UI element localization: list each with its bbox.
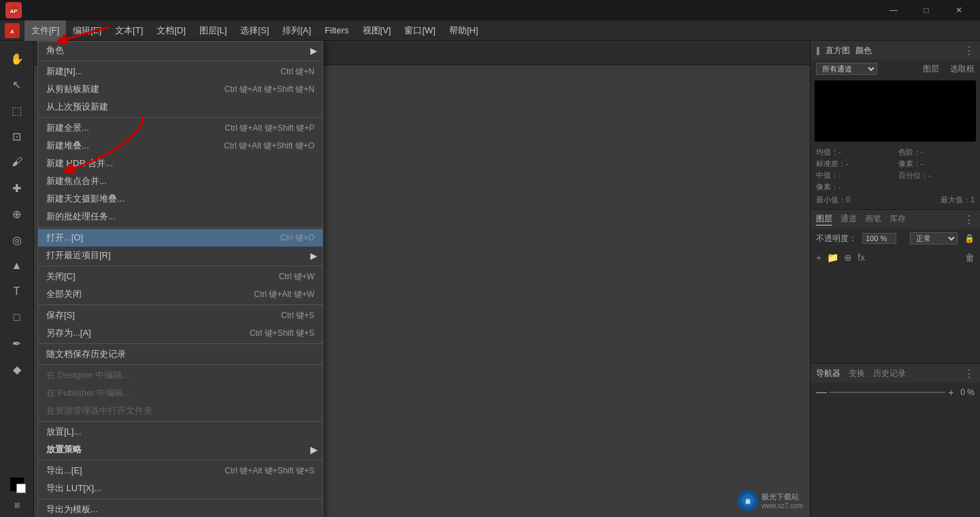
menu-item-save-as[interactable]: 另存为...[A] Ctrl 键+Shift 键+S	[38, 324, 323, 342]
tool-node[interactable]: ◆	[5, 357, 29, 381]
menu-document[interactable]: 文档[D]	[150, 20, 193, 41]
minimize-button[interactable]: —	[878, 0, 909, 20]
zoom-minus-btn[interactable]: —	[816, 386, 827, 398]
watermark-text: 极光下载站 www.xz7.com	[762, 492, 803, 510]
blend-mode-select[interactable]: 正常	[910, 232, 958, 245]
menu-file[interactable]: 文件[F]	[24, 20, 66, 41]
histogram-canvas	[815, 80, 976, 142]
sep5	[38, 304, 323, 305]
menu-item-open-recent[interactable]: 打开最近项目[R] ▶	[38, 247, 323, 264]
menu-filters[interactable]: Filters	[318, 20, 355, 41]
nav-tab-transform[interactable]: 变换	[849, 368, 865, 379]
menu-text[interactable]: 文本[T]	[108, 20, 150, 41]
app-menu-icon[interactable]: A	[0, 20, 24, 41]
sep8	[38, 421, 323, 422]
zoom-slider[interactable]	[830, 392, 945, 393]
menu-layers[interactable]: 图层[L]	[193, 20, 233, 41]
tool-retouch[interactable]: ◎	[5, 228, 29, 252]
layers-section: 图层 通道 画笔 库存 ⋮ 不透明度： 100 % 正常 🔒 + 📁 ⊕ fx	[811, 210, 980, 364]
menu-item-export-lut[interactable]: 导出 LUT[X]...	[38, 480, 323, 497]
menu-arrange[interactable]: 排列[A]	[276, 20, 318, 41]
lock-icon[interactable]: 🔒	[964, 234, 975, 243]
opacity-input[interactable]: 100 %	[862, 233, 896, 244]
sep1	[38, 61, 323, 61]
menu-item-export-template[interactable]: 导出为模板...	[38, 501, 323, 517]
menu-item-role[interactable]: 角色 ▶	[38, 42, 323, 59]
sep7	[38, 364, 323, 365]
histogram-channel-select[interactable]: 所有通道	[816, 63, 877, 75]
tool-brush[interactable]: 🖌	[5, 150, 29, 174]
menu-item-export[interactable]: 导出...[E] Ctrl 键+Alt 键+Shift 键+S	[38, 462, 323, 480]
menu-item-new-clipboard[interactable]: 从剪贴板新建 Ctrl 键+Alt 键+Shift 键+N	[38, 80, 323, 98]
tool-heal[interactable]: ✚	[5, 176, 29, 200]
menu-item-open[interactable]: 打开...[O] Ctrl 键+O	[38, 229, 323, 247]
stat-pixel: 像素：-	[898, 159, 975, 169]
menu-item-new-stack[interactable]: 新建堆叠... Ctrl 键+Alt 键+Shift 键+O	[38, 137, 323, 155]
stat-stddev: 标准差：-	[816, 159, 893, 169]
tool-text[interactable]: T	[5, 279, 29, 304]
tool-shape[interactable]: □	[5, 305, 29, 330]
tool-color-fore[interactable]	[10, 477, 24, 491]
menu-help[interactable]: 帮助[H]	[442, 20, 485, 41]
layers-content: + 📁 ⊕ fx 🗑	[811, 248, 980, 363]
close-button[interactable]: ✕	[943, 0, 975, 20]
tool-clone[interactable]: ⊕	[5, 202, 29, 226]
menu-select[interactable]: 选择[S]	[233, 20, 276, 41]
tool-fill[interactable]: ▲	[5, 253, 29, 278]
layers-tab-brushes[interactable]: 画笔	[865, 213, 881, 225]
nav-tab-history[interactable]: 历史记录	[873, 368, 906, 379]
histogram-tab-selection[interactable]: 选取框	[950, 63, 975, 75]
tool-select[interactable]: ⬚	[5, 98, 29, 123]
menu-view[interactable]: 视图[V]	[356, 20, 398, 41]
nav-menu[interactable]: ⋮	[964, 367, 975, 380]
tool-view-expand[interactable]: ⊞	[5, 492, 29, 517]
zoom-plus-btn[interactable]: +	[948, 387, 953, 398]
nav-tab-navigator[interactable]: 导航器	[816, 368, 840, 379]
layer-delete-icon[interactable]: 🗑	[964, 251, 976, 264]
menu-item-close[interactable]: 关闭[C] Ctrl 键+W	[38, 268, 323, 285]
sep10	[38, 499, 323, 499]
tool-move[interactable]: ↖	[5, 72, 29, 97]
titlebar-left: AP	[5, 2, 22, 18]
menu-edit[interactable]: 编辑[E]	[66, 20, 108, 41]
maximize-button[interactable]: □	[911, 0, 942, 20]
tool-pen[interactable]: ✒	[5, 331, 29, 356]
menu-item-new-focus[interactable]: 新建焦点合并...	[38, 172, 323, 190]
menu-window[interactable]: 窗口[W]	[397, 20, 442, 41]
right-panel: ‖ 直方图 颜色 ⋮ 所有通道 图层 选取框 均值：- 色阶：- 标准差：- 像…	[810, 41, 980, 517]
place-strategy-arrow: ▶	[310, 445, 317, 455]
menu-item-new-hdr[interactable]: 新建 HDR 合并...	[38, 155, 323, 172]
menu-item-auto-save[interactable]: 随文档保存历史记录	[38, 345, 323, 363]
layer-mask-icon[interactable]: ⊕	[843, 251, 853, 264]
menu-item-edit-publisher: 在 Publisher 中编辑...	[38, 384, 323, 402]
watermark: 极 极光下载站 www.xz7.com	[737, 490, 803, 512]
menu-item-save[interactable]: 保存[S] Ctrl 键+S	[38, 307, 323, 324]
histogram-header-left: ‖ 直方图 颜色	[816, 45, 872, 57]
histogram-collapse-icon[interactable]: ‖	[816, 46, 820, 55]
nav-header: 导航器 变换 历史记录 ⋮	[811, 364, 980, 383]
menu-item-new-panorama[interactable]: 新建全景... Ctrl 键+Alt 键+Shift 键+P	[38, 119, 323, 137]
stat-level: 色阶：-	[898, 147, 975, 157]
menu-item-new[interactable]: 新建[N]... Ctrl 键+N	[38, 63, 323, 80]
menu-item-new-preset[interactable]: 从上次预设新建	[38, 98, 323, 116]
layers-tab-channels[interactable]: 通道	[840, 213, 857, 225]
menu-item-new-astro[interactable]: 新建天文摄影堆叠...	[38, 190, 323, 208]
menu-item-place-strategy[interactable]: 放置策略 ▶	[38, 441, 323, 458]
histogram-tab-layers[interactable]: 图层	[923, 63, 939, 75]
layers-tab-library[interactable]: 库存	[889, 213, 906, 225]
layer-fx-icon[interactable]: fx	[856, 251, 866, 264]
layer-add-icon[interactable]: +	[815, 251, 823, 264]
tool-crop[interactable]: ⊡	[5, 124, 29, 148]
layers-tab-layers[interactable]: 图层	[816, 213, 832, 225]
layer-folder-icon[interactable]: 📁	[826, 251, 840, 264]
layers-menu[interactable]: ⋮	[964, 213, 975, 226]
histogram-menu[interactable]: ⋮	[964, 44, 975, 57]
menu-item-place[interactable]: 放置[L]...	[38, 423, 323, 441]
layers-panel-header: 图层 通道 画笔 库存 ⋮	[811, 210, 980, 229]
menu-item-new-batch[interactable]: 新的批处理任务...	[38, 208, 323, 225]
stack-shortcut: Ctrl 键+Alt 键+Shift 键+O	[224, 140, 314, 152]
open-shortcut: Ctrl 键+O	[280, 232, 314, 244]
tool-hand[interactable]: ✋	[5, 46, 29, 71]
menu-item-close-all[interactable]: 全部关闭 Ctrl 键+Alt 键+W	[38, 285, 323, 303]
nav-zoom-row: — + 0 %	[811, 383, 980, 402]
